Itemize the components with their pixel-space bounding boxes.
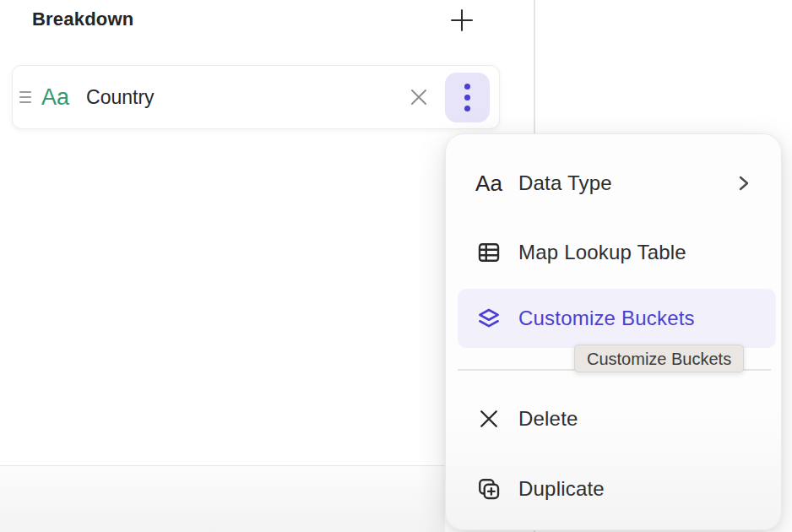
data-type-icon: Aa — [476, 171, 502, 197]
chevron-right-icon — [737, 173, 751, 193]
menu-item-delete[interactable]: Delete — [458, 389, 776, 448]
breakdown-field-card[interactable]: Aa Country — [12, 65, 500, 129]
page-title: Breakdown — [32, 8, 133, 30]
menu-item-data-type[interactable]: Aa Data Type — [458, 154, 776, 213]
remove-field-button[interactable] — [404, 83, 433, 111]
plus-icon — [448, 7, 475, 34]
close-icon — [407, 85, 431, 109]
field-label: Country — [86, 86, 404, 109]
customize-buckets-tooltip: Customize Buckets — [574, 345, 744, 372]
field-options-button[interactable] — [445, 73, 490, 122]
panel-footer — [0, 465, 445, 532]
table-icon — [476, 240, 502, 265]
drag-handle-icon[interactable] — [19, 91, 31, 103]
copy-plus-icon — [476, 476, 502, 502]
x-icon — [476, 407, 502, 431]
stack-icon — [476, 306, 502, 331]
field-options-menu: Aa Data Type Map Lookup Table Customize … — [445, 133, 782, 530]
add-breakdown-button[interactable] — [445, 3, 479, 37]
menu-item-duplicate[interactable]: Duplicate — [458, 459, 776, 518]
text-data-type-icon: Aa — [41, 84, 69, 111]
menu-item-customize-buckets[interactable]: Customize Buckets — [458, 289, 776, 348]
menu-item-map-lookup-table[interactable]: Map Lookup Table — [458, 223, 776, 282]
